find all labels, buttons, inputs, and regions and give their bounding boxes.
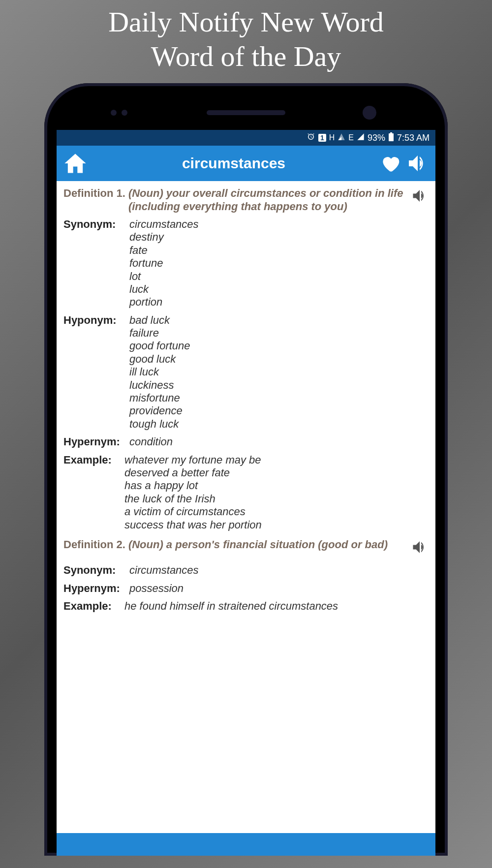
value-item: the luck of the Irish	[124, 493, 262, 505]
definition-label: Definition 1.	[63, 187, 125, 200]
svg-rect-1	[389, 133, 394, 141]
value-item: circumstances	[129, 564, 199, 577]
value-item: misfortune	[129, 392, 190, 404]
definition-text: (Noun) your overall circumstances or con…	[128, 187, 408, 213]
alarm-icon	[307, 132, 315, 144]
value-item: whatever my fortune may be	[124, 454, 262, 466]
favorite-button[interactable]	[379, 153, 401, 174]
value-item: success that was her portion	[124, 519, 262, 531]
svg-rect-0	[390, 132, 392, 133]
section-label: Synonym:	[63, 564, 126, 577]
signal-icon-1	[338, 133, 345, 143]
value-item: fortune	[129, 257, 199, 270]
value-item: possession	[129, 582, 184, 595]
section-values: he found himself in straitened circumsta…	[124, 600, 338, 613]
definition-text: (Noun) a person's financial situation (g…	[128, 538, 408, 551]
section-label: Example:	[63, 454, 122, 531]
definition-block: Definition 1. (Noun) your overall circum…	[63, 187, 429, 531]
value-item: fate	[129, 244, 199, 257]
app-bar: circumstances	[57, 146, 435, 181]
value-item: condition	[129, 435, 173, 448]
hypernym-row: Hypernym: condition	[63, 435, 429, 448]
synonym-row: Synonym: circumstances destiny fate fort…	[63, 218, 429, 309]
section-values: whatever my fortune may be deserved a be…	[124, 454, 262, 531]
section-values: possession	[129, 582, 184, 595]
value-item: failure	[129, 327, 190, 340]
section-values: circumstances destiny fate fortune lot l…	[129, 218, 199, 309]
value-item: a victim of circumstances	[124, 505, 262, 518]
section-label: Hypernym:	[63, 435, 126, 448]
phone-frame: 1 H E 93% 7:53 AM circumstances	[44, 83, 448, 856]
example-row: Example: whatever my fortune may be dese…	[63, 454, 429, 531]
value-item: destiny	[129, 231, 199, 244]
battery-icon	[388, 132, 394, 144]
definition-audio-button[interactable]	[411, 187, 429, 208]
network-e-label: E	[348, 133, 354, 142]
value-item: luck	[129, 283, 199, 296]
definition-label: Definition 2.	[63, 538, 125, 551]
phone-screen: 1 H E 93% 7:53 AM circumstances	[57, 130, 435, 856]
promo-line1: Daily Notify New Word	[108, 5, 384, 39]
status-time: 7:53 AM	[397, 133, 430, 143]
section-label: Synonym:	[63, 218, 126, 309]
value-item: portion	[129, 296, 199, 309]
value-item: providence	[129, 404, 190, 417]
hyponym-row: Hyponym: bad luck failure good fortune g…	[63, 314, 429, 431]
synonym-row: Synonym: circumstances	[63, 564, 429, 577]
value-item: bad luck	[129, 314, 190, 327]
definition-audio-button[interactable]	[411, 538, 429, 559]
network-h-label: H	[329, 133, 335, 142]
value-item: lot	[129, 270, 199, 283]
section-values: circumstances	[129, 564, 199, 577]
section-label: Hyponym:	[63, 314, 126, 431]
value-item: luckiness	[129, 379, 190, 392]
section-values: bad luck failure good fortune good luck …	[129, 314, 190, 431]
bottom-bar	[57, 833, 435, 856]
value-item: good luck	[129, 353, 190, 366]
section-label: Hypernym:	[63, 582, 126, 595]
value-item: has a happy lot	[124, 479, 262, 492]
phone-hardware-top	[57, 95, 435, 130]
sim-icon: 1	[318, 134, 326, 142]
word-title: circumstances	[93, 155, 374, 172]
value-item: good fortune	[129, 340, 190, 352]
value-item: he found himself in straitened circumsta…	[124, 600, 338, 613]
value-item: ill luck	[129, 366, 190, 378]
definition-content[interactable]: Definition 1. (Noun) your overall circum…	[57, 181, 435, 833]
section-label: Example:	[63, 600, 122, 613]
section-values: condition	[129, 435, 173, 448]
value-item: tough luck	[129, 418, 190, 431]
value-item: deserved a better fate	[124, 466, 262, 479]
signal-icon-2	[357, 133, 365, 143]
definition-block: Definition 2. (Noun) a person's financia…	[63, 538, 429, 613]
promo-title: Daily Notify New Word Word of the Day	[98, 0, 394, 83]
example-row: Example: he found himself in straitened …	[63, 600, 429, 613]
battery-percent: 93%	[368, 133, 385, 143]
promo-line2: Word of the Day	[108, 39, 384, 74]
value-item: circumstances	[129, 218, 199, 231]
hypernym-row: Hypernym: possession	[63, 582, 429, 595]
home-button[interactable]	[62, 151, 88, 176]
speaker-button[interactable]	[406, 152, 430, 175]
status-bar: 1 H E 93% 7:53 AM	[57, 130, 435, 146]
